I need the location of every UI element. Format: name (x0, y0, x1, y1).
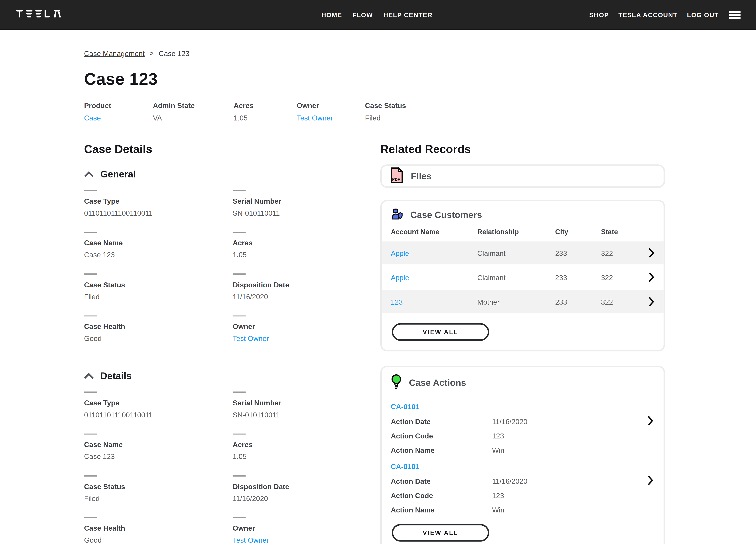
tesla-logo[interactable] (15, 10, 62, 19)
summary-acres: Acres 1.05 (234, 101, 297, 122)
field-divider (84, 274, 97, 275)
case-action-id-link[interactable]: CA-0101 (391, 462, 419, 471)
field-divider (233, 475, 246, 476)
field-divider (84, 392, 97, 393)
field-label: Case Health (84, 524, 233, 532)
field-value: SN-010110011 (233, 208, 352, 217)
hamburger-menu-icon[interactable] (729, 11, 741, 19)
page: HOME FLOW HELP CENTER SHOP TESLA ACCOUNT… (0, 0, 756, 544)
field-label: Disposition Date (233, 482, 352, 490)
summary-bar: Product Case Admin State VA Acres 1.05 O… (84, 101, 665, 122)
field-label: Case Type (84, 399, 233, 407)
lightbulb-icon (391, 374, 402, 392)
account-name-link[interactable]: Apple (391, 249, 477, 257)
chevron-up-icon (84, 372, 94, 380)
field-owner-link[interactable]: Test Owner (233, 334, 269, 343)
nav-link-home[interactable]: HOME (321, 11, 342, 19)
section-general: General Case Type 011011011100110011 Ser… (84, 169, 352, 358)
field-label: Case Type (84, 197, 233, 205)
action-label: Action Name (391, 446, 492, 454)
customer-row[interactable]: Apple Claimant 233 322 (382, 241, 664, 264)
action-value: 123 (492, 432, 504, 440)
field-value: 11/16/2020 (233, 293, 352, 301)
summary-owner-link[interactable]: Test Owner (297, 114, 333, 122)
field-case-name: Case Name Case 123 (84, 433, 233, 460)
account-name-link[interactable]: Apple (391, 273, 477, 282)
customer-person-shield-icon (391, 208, 403, 222)
field-value: 11/16/2020 (233, 494, 352, 502)
chevron-right-icon[interactable] (649, 273, 655, 282)
field-divider (84, 433, 97, 435)
field-case-type: Case Type 011011011100110011 (84, 392, 233, 419)
files-card[interactable]: PDF Files (380, 164, 665, 188)
breadcrumb-parent-link[interactable]: Case Management (84, 49, 145, 58)
field-case-health: Case Health Good (84, 315, 233, 343)
summary-product-link[interactable]: Case (84, 114, 101, 122)
field-label: Serial Number (233, 197, 352, 205)
field-label: Case Name (84, 440, 233, 449)
breadcrumb-current: Case 123 (159, 49, 190, 58)
chevron-right-icon[interactable] (648, 476, 654, 487)
field-value: Good (84, 334, 233, 343)
nav-link-help-center[interactable]: HELP CENTER (383, 11, 432, 19)
relationship-cell: Claimant (477, 273, 555, 282)
related-records-heading: Related Records (380, 142, 665, 156)
summary-admin-state: Admin State VA (153, 101, 234, 122)
breadcrumb-separator: > (150, 50, 153, 57)
field-case-status: Case Status Filed (84, 475, 233, 502)
state-cell: 322 (601, 249, 648, 257)
chevron-right-icon[interactable] (648, 416, 654, 427)
field-case-name: Case Name Case 123 (84, 231, 233, 258)
action-value: 11/16/2020 (492, 477, 527, 485)
field-value: Filed (84, 293, 233, 301)
field-label: Disposition Date (233, 280, 352, 289)
column-header-state: State (601, 228, 648, 236)
summary-label: Case Status (365, 101, 406, 109)
chevron-up-icon (84, 170, 94, 178)
case-actions-header: Case Actions (382, 374, 664, 395)
section-title: Details (100, 371, 132, 382)
field-divider (233, 315, 246, 317)
customer-row[interactable]: Apple Claimant 233 322 (382, 266, 664, 289)
action-label: Action Name (391, 506, 492, 514)
summary-label: Acres (234, 101, 297, 109)
action-row: Action Date 11/16/2020 (391, 417, 655, 426)
tesla-wordmark-icon (15, 10, 62, 19)
field-divider (84, 231, 97, 233)
summary-value: VA (153, 114, 234, 122)
field-value: 011011011100110011 (84, 410, 233, 419)
action-row: Action Date 11/16/2020 (391, 477, 655, 485)
field-divider (84, 517, 97, 518)
actions-view-all-button[interactable]: VIEW ALL (392, 524, 489, 542)
nav-link-tesla-account[interactable]: TESLA ACCOUNT (618, 11, 677, 19)
nav-link-log-out[interactable]: LOG OUT (687, 11, 719, 19)
action-label: Action Date (391, 417, 492, 426)
field-disposition-date: Disposition Date 11/16/2020 (233, 475, 352, 502)
chevron-right-icon[interactable] (649, 297, 655, 307)
column-header-relationship: Relationship (477, 228, 555, 236)
field-owner-link[interactable]: Test Owner (233, 536, 269, 544)
field-divider (233, 517, 246, 518)
svg-text:PDF: PDF (392, 177, 400, 181)
customers-view-all-button[interactable]: VIEW ALL (392, 323, 489, 341)
customers-table-header: Account Name Relationship City State (382, 227, 664, 241)
top-nav: HOME FLOW HELP CENTER SHOP TESLA ACCOUNT… (0, 0, 756, 30)
nav-link-flow[interactable]: FLOW (353, 11, 373, 19)
case-action-entry: CA-0101 Action Date 11/16/2020 Action Co… (382, 403, 664, 454)
field-divider (233, 274, 246, 275)
field-label: Acres (233, 440, 352, 449)
field-owner: Owner Test Owner (233, 517, 352, 544)
field-acres: Acres 1.05 (233, 231, 352, 258)
related-records-panel: Related Records PDF Files (380, 142, 665, 544)
case-action-id-link[interactable]: CA-0101 (391, 403, 419, 411)
summary-value: 1.05 (234, 114, 297, 122)
account-name-link[interactable]: 123 (391, 298, 477, 306)
nav-link-shop[interactable]: SHOP (589, 11, 609, 19)
section-details-header[interactable]: Details (84, 371, 352, 382)
chevron-right-icon[interactable] (649, 248, 655, 258)
case-details-panel: Case Details General (84, 142, 352, 544)
customer-row[interactable]: 123 Mother 233 322 (382, 290, 664, 313)
action-row: Action Code 123 (391, 432, 655, 440)
case-details-heading: Case Details (84, 142, 352, 156)
section-general-header[interactable]: General (84, 169, 352, 180)
